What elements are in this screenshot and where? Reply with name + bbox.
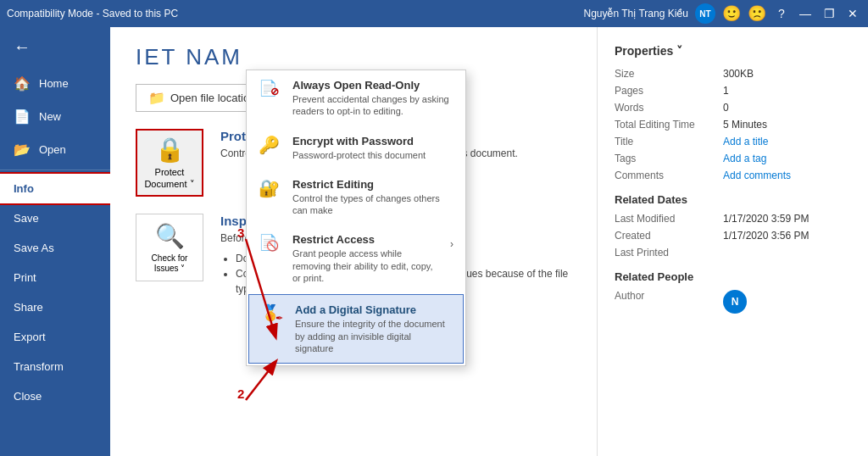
restrict-editing-text: Restrict Editing Control the types of ch… <box>292 178 453 217</box>
sidebar-item-info-label: Info <box>14 182 34 195</box>
sidebar-item-info[interactable]: Info <box>0 174 110 203</box>
close-button[interactable]: ✕ <box>844 5 861 22</box>
check-for-issues-label: Check forIssues ˅ <box>152 253 188 274</box>
dropdown-item-restrict-access[interactable]: 📄 🚫 Restrict Access Grant people access … <box>247 225 465 292</box>
prop-label-last-modified: Last Modified <box>615 213 716 225</box>
title-bar-left: Compatibility Mode - Saved to this PC <box>7 8 178 19</box>
protect-dropdown: 📄 ⊘ Always Open Read-Only Prevent accide… <box>246 70 466 366</box>
feedback-icon[interactable]: 🙁 <box>748 4 766 23</box>
info-panel: IET NAM 📁 Open file location 🔒 ProtectDo… <box>110 27 597 456</box>
key-icon: 🔑 <box>259 136 280 154</box>
restrict-access-icon-wrapper: 📄 🚫 <box>259 233 282 252</box>
sidebar-item-save-label: Save <box>14 212 39 225</box>
sidebar-item-transform-label: Transform <box>14 360 64 373</box>
digital-signature-desc: Ensure the integrity of the document by … <box>295 318 451 354</box>
sidebar-divider <box>0 170 110 170</box>
sidebar-item-close[interactable]: Close <box>0 381 110 411</box>
prop-label-size: Size <box>615 68 716 80</box>
digital-signature-text: Add a Digital Signature Ensure the integ… <box>295 303 451 354</box>
title-bar: Compatibility Mode - Saved to this PC Ng… <box>0 0 868 27</box>
svg-line-2 <box>246 362 275 400</box>
prop-label-comments: Comments <box>615 170 716 181</box>
prop-label-words: Words <box>615 102 716 114</box>
dropdown-item-encrypt[interactable]: 🔑 Encrypt with Password Password-protect… <box>247 126 465 170</box>
author-avatar: N <box>723 290 747 314</box>
digital-signature-title: Add a Digital Signature <box>295 303 451 316</box>
prop-label-title: Title <box>615 136 716 147</box>
inspect-icon: 🔍 <box>155 222 185 250</box>
sidebar-item-print-label: Print <box>14 271 36 284</box>
sidebar-item-export[interactable]: Export <box>0 322 110 352</box>
encrypt-text: Encrypt with Password Password-protect t… <box>292 135 426 161</box>
protect-document-button[interactable]: 🔒 ProtectDocument ˅ <box>136 129 203 197</box>
prop-value-tags[interactable]: Add a tag <box>723 153 766 164</box>
restrict-access-icon: 📄 🚫 <box>259 233 277 252</box>
restrict-access-title: Restrict Access <box>292 233 440 246</box>
maximize-button[interactable]: ❐ <box>821 5 837 22</box>
open-icon: 📂 <box>14 142 31 158</box>
file-mode-text: Compatibility Mode - Saved to this PC <box>7 8 178 19</box>
help-button[interactable]: ? <box>773 5 790 22</box>
prop-row-created: Created 1/17/2020 3:56 PM <box>615 230 851 242</box>
prop-value-last-modified: 1/17/2020 3:59 PM <box>723 213 809 225</box>
user-avatar: NT <box>695 3 715 24</box>
restrict-editing-desc: Control the types of changes others can … <box>292 192 453 217</box>
restrict-editing-title: Restrict Editing <box>292 178 453 191</box>
prop-row-author: Author N <box>615 290 851 314</box>
prop-row-last-printed: Last Printed <box>615 247 851 259</box>
sidebar-item-save-as[interactable]: Save As <box>0 233 110 263</box>
properties-title-text: Properties ˅ <box>615 44 682 58</box>
read-only-text: Always Open Read-Only Prevent accidental… <box>292 79 453 118</box>
open-file-location-label: Open file location <box>170 92 255 104</box>
sidebar-item-save[interactable]: Save <box>0 203 110 233</box>
user-name-text: Nguyễn Thị Trang Kiều <box>583 8 688 19</box>
sidebar-item-open-label: Open <box>39 143 66 156</box>
encrypt-icon-wrapper: 🔑 <box>259 135 282 155</box>
sidebar-item-transform[interactable]: Transform <box>0 352 110 381</box>
title-bar-right: Nguyễn Thị Trang Kiều NT 🙂 🙁 ? — ❐ ✕ <box>583 3 861 24</box>
minimize-button[interactable]: — <box>797 5 814 22</box>
restrict-editing-icon-wrapper: 🔐 <box>259 178 282 198</box>
arrow-icon: › <box>450 238 453 250</box>
home-icon: 🏠 <box>14 75 31 92</box>
sidebar: ← 🏠 Home 📄 New 📂 Open Info Save Save As … <box>0 27 110 456</box>
prop-row-size: Size 300KB <box>615 68 851 80</box>
step2-label: 2 <box>237 386 244 401</box>
prop-value-title[interactable]: Add a title <box>723 136 768 147</box>
sidebar-item-save-as-label: Save As <box>14 242 54 254</box>
related-dates-header: Related Dates <box>615 193 851 206</box>
dropdown-item-digital-signature[interactable]: 🏅 ✒ Add a Digital Signature Ensure the i… <box>248 294 464 364</box>
digital-sig-icon: 🏅 ✒ <box>261 303 281 324</box>
sidebar-item-home[interactable]: 🏠 Home <box>0 67 110 100</box>
dropdown-item-restrict-editing[interactable]: 🔐 Restrict Editing Control the types of … <box>247 170 465 225</box>
sidebar-item-share[interactable]: Share <box>0 292 110 322</box>
lock-icon: 🔒 <box>155 136 185 164</box>
dropdown-item-read-only[interactable]: 📄 ⊘ Always Open Read-Only Prevent accide… <box>247 70 465 126</box>
prop-row-comments: Comments Add comments <box>615 170 851 181</box>
sidebar-item-open[interactable]: 📂 Open <box>0 133 110 166</box>
properties-title: Properties ˅ <box>615 44 851 58</box>
sidebar-item-share-label: Share <box>14 301 43 314</box>
prop-label-created: Created <box>615 230 716 242</box>
lock-yellow-icon: 🔐 <box>259 179 280 197</box>
info-main: IET NAM 📁 Open file location 🔒 ProtectDo… <box>110 27 868 456</box>
read-only-desc: Prevent accidental changes by asking rea… <box>292 93 453 118</box>
prop-row-last-modified: Last Modified 1/17/2020 3:59 PM <box>615 213 851 225</box>
main-area: ← 🏠 Home 📄 New 📂 Open Info Save Save As … <box>0 27 868 456</box>
sidebar-back-button[interactable]: ← <box>0 27 110 67</box>
sidebar-item-new[interactable]: 📄 New <box>0 100 110 133</box>
read-only-icon-wrapper: 📄 ⊘ <box>259 79 282 97</box>
prop-row-pages: Pages 1 <box>615 85 851 97</box>
prop-value-created: 1/17/2020 3:56 PM <box>723 230 809 242</box>
smiley-icon[interactable]: 🙂 <box>722 4 741 23</box>
prop-label-last-printed: Last Printed <box>615 247 716 259</box>
back-icon: ← <box>14 37 31 57</box>
prop-value-comments[interactable]: Add comments <box>723 170 791 181</box>
ban-icon: ⊘ <box>270 86 279 97</box>
prop-value-editing-time: 5 Minutes <box>723 119 767 131</box>
prop-row-tags: Tags Add a tag <box>615 153 851 164</box>
check-for-issues-button[interactable]: 🔍 Check forIssues ˅ <box>136 214 203 281</box>
restrict-icon: 🚫 <box>266 240 279 252</box>
sidebar-item-new-label: New <box>39 110 61 123</box>
sidebar-item-print[interactable]: Print <box>0 263 110 292</box>
